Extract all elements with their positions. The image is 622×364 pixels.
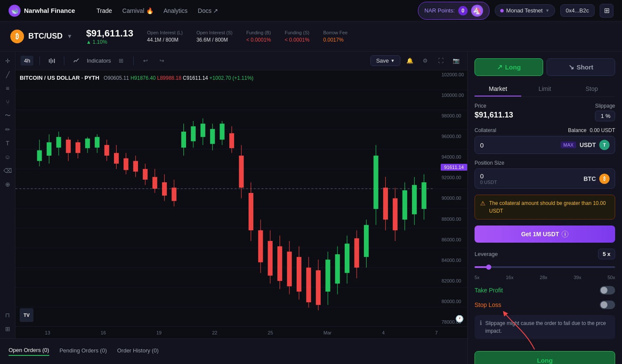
oi-long-value: 44.1M / 800M — [147, 37, 183, 43]
limit-tab[interactable]: Limit — [521, 82, 568, 96]
long-button[interactable]: ↗ Long — [475, 58, 543, 76]
nav-trade[interactable]: Trade — [96, 6, 112, 16]
stop-tab[interactable]: Stop — [568, 82, 615, 96]
slippage-label: Slippage — [595, 103, 615, 109]
svg-rect-38 — [133, 161, 138, 171]
usdt-currency-icon: T — [599, 140, 610, 150]
stop-loss-thumb — [601, 301, 607, 308]
open-orders-tab[interactable]: Open Orders (0) — [9, 347, 49, 356]
magnet-icon[interactable]: ⊓ — [2, 309, 14, 321]
wave-icon[interactable]: 〜 — [2, 110, 14, 122]
svg-rect-34 — [114, 153, 119, 164]
orders-bar: Open Orders (0) Pending Orders (0) Order… — [0, 338, 467, 364]
order-history-tab[interactable]: Order History (0) — [117, 347, 159, 355]
stop-loss-label: Stop Loss — [475, 301, 501, 308]
toolbar-divider2 — [64, 57, 64, 65]
leverage-value: 5 x — [598, 249, 615, 259]
wallet-button[interactable]: 0x4...B2c — [560, 4, 595, 17]
alert-icon[interactable]: 🔔 — [404, 55, 416, 67]
market-tab[interactable]: Market — [475, 82, 521, 96]
take-profit-toggle[interactable] — [600, 286, 615, 295]
price-block: $91,611.13 ▲ 1.10% — [86, 28, 133, 45]
funding-b-value: < 0.0001% — [246, 37, 271, 43]
stop-loss-toggle[interactable] — [600, 301, 615, 309]
clock-icon[interactable]: 🕐 — [455, 315, 464, 323]
settings-icon[interactable]: ⊞ — [600, 4, 613, 18]
get-usdt-button[interactable]: Get 1M USDT i — [475, 226, 615, 243]
undo-icon[interactable]: ↩ — [140, 55, 152, 67]
save-button[interactable]: Save ▼ — [370, 55, 400, 66]
tradingview-badge: TV — [20, 308, 33, 322]
leverage-slider[interactable] — [475, 266, 615, 268]
pair-chevron-icon: ▼ — [67, 33, 72, 39]
network-selector[interactable]: Monad Testnet ▼ — [495, 4, 555, 17]
warning-text: The collateral amount should be greater … — [489, 199, 610, 215]
horizontal-line-icon[interactable]: ≡ — [2, 82, 14, 94]
oi-short-value: 36.6M / 800M — [196, 37, 232, 43]
svg-rect-64 — [258, 230, 263, 262]
collateral-balance: Balance 0.00 USDT — [568, 127, 615, 133]
svg-rect-84 — [355, 238, 359, 268]
chart-container[interactable]: BITCOIN / US DOLLAR · PYTH O90605.11 H91… — [15, 70, 467, 326]
position-size-label: Position Size — [475, 160, 504, 166]
info-circle-icon: i — [562, 231, 568, 238]
screenshot-icon[interactable]: 📷 — [450, 55, 462, 67]
emoji-icon[interactable]: ☺ — [2, 151, 14, 163]
chart-type-icon[interactable] — [46, 55, 58, 67]
leverage-thumb[interactable] — [486, 265, 491, 270]
zoom-icon[interactable]: ⊕ — [2, 178, 14, 190]
nar-points-button[interactable]: NAR Points: 0 🦄 — [418, 2, 490, 20]
open-interest-long: Open Interest (L) 44.1M / 800M — [147, 30, 183, 43]
price-section: Price $91,611.13 Slippage 1 % — [475, 103, 615, 121]
pending-orders-tab[interactable]: Pending Orders (0) — [60, 347, 107, 355]
position-input[interactable] — [480, 172, 580, 180]
max-button[interactable]: MAX — [561, 141, 576, 148]
text-icon[interactable]: T — [2, 137, 14, 149]
pair-selector[interactable]: ₿ BTC/USD ▼ — [10, 30, 72, 43]
long-short-toggle: ↗ Long ↘ Short — [475, 58, 615, 76]
indicators-icon[interactable] — [70, 55, 82, 67]
svg-rect-52 — [201, 123, 205, 137]
svg-rect-74 — [306, 268, 311, 302]
svg-rect-72 — [297, 257, 301, 292]
eraser-icon[interactable]: ⌫ — [2, 165, 14, 177]
indicators-label[interactable]: Indicators — [87, 57, 111, 64]
fullscreen-icon[interactable]: ⛶ — [435, 55, 447, 67]
svg-rect-88 — [373, 156, 378, 209]
svg-rect-3 — [54, 59, 55, 63]
arrow-svg — [500, 311, 552, 354]
redo-icon[interactable]: ↪ — [156, 55, 168, 67]
nav-carnival[interactable]: Carnival 🔥 — [122, 6, 153, 16]
crosshair-icon[interactable]: ✛ — [2, 55, 14, 67]
take-profit-thumb — [601, 287, 607, 294]
short-button[interactable]: ↘ Short — [547, 58, 615, 76]
collateral-input[interactable] — [480, 141, 557, 149]
logo[interactable]: 🐋 Narwhal Finance — [9, 5, 75, 17]
layout-icon[interactable]: ⊞ — [115, 55, 127, 67]
layers-icon[interactable]: ⊞ — [2, 323, 14, 335]
borrow-fee-value: 0.0017% — [323, 37, 348, 43]
network-label: Monad Testnet — [506, 7, 543, 14]
funding-b-label: Funding (B) — [246, 30, 271, 35]
svg-rect-62 — [249, 193, 253, 230]
nav-docs[interactable]: Docs ↗ — [198, 6, 219, 16]
trendline-icon[interactable]: ╱ — [2, 69, 14, 81]
svg-rect-60 — [239, 156, 243, 188]
stop-loss-section: Stop Loss — [475, 301, 615, 309]
pencil-icon[interactable]: ✏ — [2, 123, 14, 135]
nav-analytics[interactable]: Analytics — [164, 6, 188, 16]
take-profit-label: Take Profit — [475, 287, 503, 294]
leverage-slider-container[interactable] — [475, 265, 615, 270]
header: 🐋 Narwhal Finance Trade Carnival 🔥 Analy… — [0, 0, 622, 21]
svg-rect-22 — [56, 137, 61, 147]
slippage-value[interactable]: 1 % — [595, 111, 615, 121]
funding-s: Funding (S) < 0.0001% — [285, 30, 309, 43]
settings-icon[interactable]: ⚙ — [419, 55, 431, 67]
fork-icon[interactable]: ⑂ — [2, 96, 14, 108]
funding-s-value: < 0.0001% — [285, 37, 309, 43]
nar-points-value: 0 — [458, 6, 468, 15]
price-change: ▲ 1.10% — [86, 39, 133, 45]
slippage-info-icon: ℹ — [480, 319, 482, 326]
timeframe-4h-button[interactable]: 4h — [21, 56, 33, 66]
leverage-label: Leverage — [475, 251, 498, 257]
